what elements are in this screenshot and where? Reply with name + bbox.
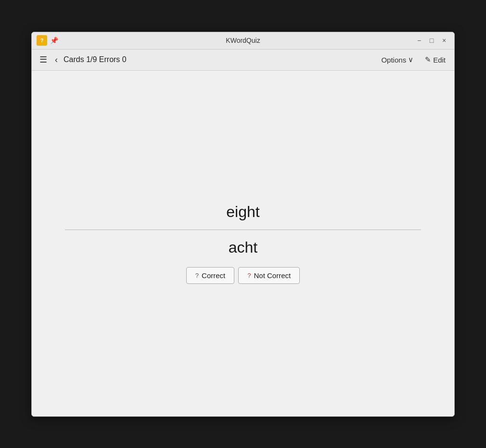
hamburger-icon: ☰ bbox=[39, 55, 47, 64]
title-bar-left: ? 📌 bbox=[37, 35, 58, 46]
window-title: KWordQuiz bbox=[226, 37, 260, 44]
pencil-icon: ✎ bbox=[425, 55, 431, 64]
app-icon: ? bbox=[37, 35, 47, 46]
title-bar-controls: − □ × bbox=[414, 35, 449, 46]
not-correct-button[interactable]: ? Not Correct bbox=[238, 267, 300, 284]
options-button[interactable]: Options ∨ bbox=[378, 53, 416, 66]
answer-word: acht bbox=[229, 239, 257, 256]
pin-icon[interactable]: 📌 bbox=[50, 37, 58, 44]
minimize-button[interactable]: − bbox=[414, 35, 424, 46]
main-content: eight acht ? Correct ? Not Correct bbox=[32, 71, 454, 416]
cards-info: Cards 1/9 Errors 0 bbox=[64, 55, 127, 64]
edit-label: Edit bbox=[433, 56, 446, 64]
not-correct-label: Not Correct bbox=[254, 271, 291, 280]
back-icon: ‹ bbox=[55, 55, 58, 64]
card-area: eight acht ? Correct ? Not Correct bbox=[32, 203, 454, 284]
toolbar-left: ☰ ‹ Cards 1/9 Errors 0 bbox=[38, 52, 127, 67]
title-bar: ? 📌 KWordQuiz − □ × bbox=[32, 32, 454, 50]
correct-button[interactable]: ? Correct bbox=[186, 267, 234, 284]
card-divider bbox=[65, 230, 421, 230]
toolbar: ☰ ‹ Cards 1/9 Errors 0 Options ∨ ✎ Edit bbox=[32, 50, 454, 71]
back-button[interactable]: ‹ bbox=[53, 53, 60, 67]
question-word: eight bbox=[226, 203, 259, 221]
options-label: Options bbox=[381, 56, 406, 64]
chevron-down-icon: ∨ bbox=[408, 55, 413, 64]
app-window: ? 📌 KWordQuiz − □ × ☰ ‹ Cards 1/9 Errors… bbox=[31, 32, 455, 417]
correct-icon: ? bbox=[195, 272, 199, 279]
correct-label: Correct bbox=[202, 271, 225, 280]
toolbar-right: Options ∨ ✎ Edit bbox=[378, 53, 448, 66]
close-button[interactable]: × bbox=[439, 35, 449, 46]
maximize-button[interactable]: □ bbox=[426, 35, 437, 46]
answer-buttons: ? Correct ? Not Correct bbox=[186, 267, 300, 284]
menu-button[interactable]: ☰ bbox=[38, 52, 49, 67]
not-correct-icon: ? bbox=[247, 272, 251, 279]
edit-button[interactable]: ✎ Edit bbox=[422, 53, 448, 66]
